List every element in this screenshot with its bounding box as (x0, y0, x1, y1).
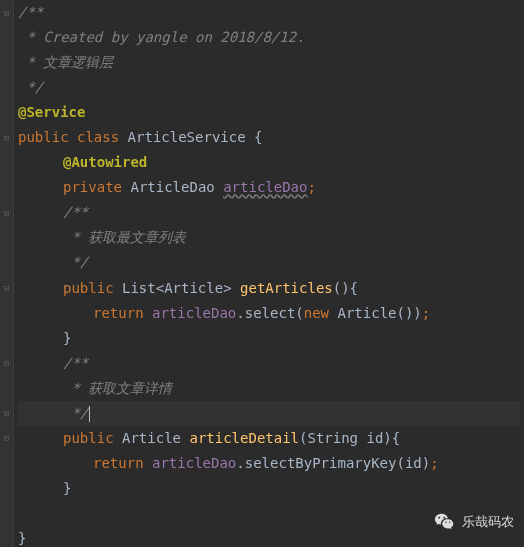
keyword: public (63, 430, 114, 446)
method-name: articleDetail (189, 430, 299, 446)
fold-marker[interactable]: ⊟ (0, 200, 13, 225)
paren: ( (295, 305, 303, 321)
keyword: new (304, 305, 329, 321)
parens: () (333, 280, 350, 296)
code-area[interactable]: /** * Created by yangle on 2018/8/12. * … (14, 0, 524, 547)
dot: . (236, 305, 244, 321)
class-name: ArticleService (128, 129, 246, 145)
comment: */ (63, 405, 88, 421)
comment: /** (63, 204, 88, 220)
annotation: @Service (18, 104, 85, 120)
type: List<Article> (122, 280, 232, 296)
params: (String id) (299, 430, 392, 446)
keyword: private (63, 179, 122, 195)
keyword: return (93, 455, 144, 471)
brace: } (63, 480, 71, 496)
comment: */ (63, 254, 88, 270)
brace: } (18, 530, 26, 546)
type: Article (122, 430, 181, 446)
constructor: Article() (338, 305, 414, 321)
wechat-icon (434, 511, 456, 533)
gutter: ⊟ ⊟ ⊟ ⊟ ⊟ ⊟ ⊟ (0, 0, 14, 547)
field: articleDao (152, 455, 236, 471)
fold-marker[interactable]: ⊟ (0, 276, 13, 301)
brace: } (63, 330, 71, 346)
comment: */ (18, 79, 43, 95)
keyword: public (18, 129, 69, 145)
watermark-text: 乐哉码农 (462, 513, 514, 531)
brace: { (392, 430, 400, 446)
comment: * 获取文章详情 (63, 380, 172, 396)
text-cursor (89, 406, 90, 422)
keyword: class (77, 129, 119, 145)
fold-marker[interactable]: ⊟ (0, 0, 13, 25)
method-call: select (245, 305, 296, 321)
method-name: getArticles (240, 280, 333, 296)
semicolon: ; (422, 305, 430, 321)
fold-marker[interactable]: ⊟ (0, 426, 13, 451)
dot: . (236, 455, 244, 471)
brace: { (254, 129, 262, 145)
field: articleDao (223, 179, 307, 195)
fold-marker[interactable]: ⊟ (0, 125, 13, 150)
brace: { (350, 280, 358, 296)
semicolon: ; (307, 179, 315, 195)
field: articleDao (152, 305, 236, 321)
annotation: @Autowired (63, 154, 147, 170)
type: ArticleDao (130, 179, 214, 195)
fold-marker[interactable]: ⊟ (0, 351, 13, 376)
fold-marker[interactable]: ⊟ (0, 401, 13, 426)
method-call: selectByPrimaryKey (245, 455, 397, 471)
semicolon: ; (430, 455, 438, 471)
comment: * Created by yangle on 2018/8/12. (18, 29, 305, 45)
keyword: public (63, 280, 114, 296)
comment: /** (63, 355, 88, 371)
watermark: 乐哉码农 (434, 511, 514, 533)
args: (id) (396, 455, 430, 471)
code-editor[interactable]: ⊟ ⊟ ⊟ ⊟ ⊟ ⊟ ⊟ /** * Created by yangle on… (0, 0, 524, 547)
keyword: return (93, 305, 144, 321)
comment: * 文章逻辑层 (18, 54, 113, 70)
comment: /** (18, 4, 43, 20)
paren: ) (413, 305, 421, 321)
comment: * 获取最文章列表 (63, 229, 186, 245)
